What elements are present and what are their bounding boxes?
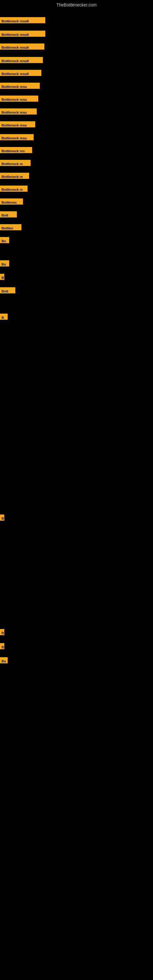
bar-label-2: Bottleneck result <box>0 43 45 49</box>
bar-label-17: Bo <box>0 237 9 243</box>
bar-row-5: Bottleneck resu <box>0 83 40 89</box>
bar-label-1: Bottleneck result <box>0 30 45 37</box>
bar-label-19: B <box>0 274 4 280</box>
bar-row-3: Bottleneck result <box>0 57 43 63</box>
bar-row-13: Bottleneck re <box>0 186 27 192</box>
bar-row-11: Bottleneck re <box>0 160 30 166</box>
bar-label-4: Bottleneck result <box>0 70 41 76</box>
bar-row-20: Bott <box>0 287 15 293</box>
bar-row-25: Bo <box>0 657 8 663</box>
bar-label-18: Bo <box>0 260 9 266</box>
bar-label-7: Bottleneck resu <box>0 108 37 115</box>
bar-label-15: Bott <box>0 211 17 218</box>
bar-row-16: Bottlen <box>0 224 21 230</box>
bar-row-6: Bottleneck resu <box>0 95 38 102</box>
bar-row-12: Bottleneck re <box>0 173 29 179</box>
bar-label-14: Bottlenec <box>0 199 23 205</box>
bar-label-5: Bottleneck resu <box>0 83 40 89</box>
bar-label-23: B <box>0 629 4 635</box>
bar-label-20: Bott <box>0 287 15 293</box>
bar-row-14: Bottlenec <box>0 199 23 205</box>
bar-label-21: B <box>0 313 8 320</box>
bar-row-23: B <box>0 629 4 635</box>
bar-label-24: B <box>0 643 4 649</box>
bar-label-25: Bo <box>0 657 8 663</box>
bar-row-17: Bo <box>0 237 9 243</box>
bar-row-7: Bottleneck resu <box>0 108 37 115</box>
bar-row-1: Bottleneck result <box>0 30 45 37</box>
bar-row-10: Bottleneck res <box>0 147 32 153</box>
bar-label-12: Bottleneck re <box>0 173 29 179</box>
bar-row-9: Bottleneck resu <box>0 134 33 140</box>
bar-row-21: B <box>0 313 8 320</box>
bar-label-16: Bottlen <box>0 224 21 230</box>
bar-label-22: B <box>0 514 4 520</box>
bar-row-19: B <box>0 274 4 280</box>
bar-label-8: Bottleneck resu <box>0 121 35 127</box>
bar-label-0: Bottleneck result <box>0 17 45 23</box>
bar-row-8: Bottleneck resu <box>0 121 35 127</box>
bar-label-9: Bottleneck resu <box>0 134 33 140</box>
bar-label-11: Bottleneck re <box>0 160 30 166</box>
bar-row-18: Bo <box>0 260 9 266</box>
bar-label-6: Bottleneck resu <box>0 95 38 102</box>
bar-row-22: B <box>0 514 4 520</box>
bar-row-4: Bottleneck result <box>0 70 41 76</box>
bar-row-24: B <box>0 643 4 649</box>
bar-row-0: Bottleneck result <box>0 17 45 23</box>
site-title: TheBottlenecker.com <box>0 0 153 9</box>
bar-row-2: Bottleneck result <box>0 43 45 49</box>
bar-row-15: Bott <box>0 211 17 218</box>
bar-label-3: Bottleneck result <box>0 57 43 63</box>
bar-label-13: Bottleneck re <box>0 186 27 192</box>
bar-label-10: Bottleneck res <box>0 147 32 153</box>
